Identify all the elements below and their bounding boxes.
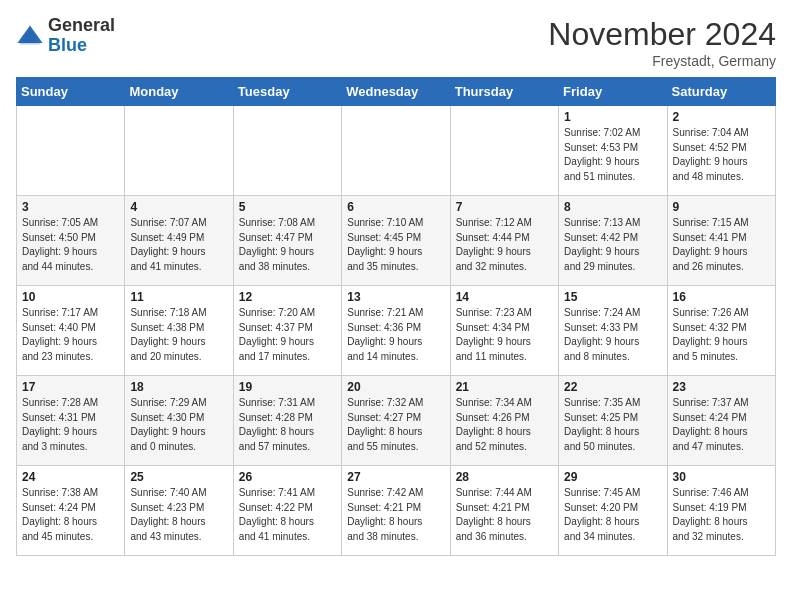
day-info: Sunrise: 7:46 AM Sunset: 4:19 PM Dayligh… — [673, 486, 770, 544]
calendar-cell: 10Sunrise: 7:17 AM Sunset: 4:40 PM Dayli… — [17, 286, 125, 376]
day-info: Sunrise: 7:42 AM Sunset: 4:21 PM Dayligh… — [347, 486, 444, 544]
day-info: Sunrise: 7:23 AM Sunset: 4:34 PM Dayligh… — [456, 306, 553, 364]
calendar-cell: 1Sunrise: 7:02 AM Sunset: 4:53 PM Daylig… — [559, 106, 667, 196]
day-number: 4 — [130, 200, 227, 214]
calendar-cell: 17Sunrise: 7:28 AM Sunset: 4:31 PM Dayli… — [17, 376, 125, 466]
day-number: 15 — [564, 290, 661, 304]
calendar-cell: 15Sunrise: 7:24 AM Sunset: 4:33 PM Dayli… — [559, 286, 667, 376]
calendar-cell: 3Sunrise: 7:05 AM Sunset: 4:50 PM Daylig… — [17, 196, 125, 286]
day-number: 1 — [564, 110, 661, 124]
calendar-cell: 23Sunrise: 7:37 AM Sunset: 4:24 PM Dayli… — [667, 376, 775, 466]
day-number: 5 — [239, 200, 336, 214]
calendar-cell: 11Sunrise: 7:18 AM Sunset: 4:38 PM Dayli… — [125, 286, 233, 376]
calendar-cell: 9Sunrise: 7:15 AM Sunset: 4:41 PM Daylig… — [667, 196, 775, 286]
day-number: 26 — [239, 470, 336, 484]
day-number: 23 — [673, 380, 770, 394]
calendar-cell: 5Sunrise: 7:08 AM Sunset: 4:47 PM Daylig… — [233, 196, 341, 286]
calendar-week-row: 3Sunrise: 7:05 AM Sunset: 4:50 PM Daylig… — [17, 196, 776, 286]
month-title: November 2024 — [548, 16, 776, 53]
day-info: Sunrise: 7:18 AM Sunset: 4:38 PM Dayligh… — [130, 306, 227, 364]
day-info: Sunrise: 7:37 AM Sunset: 4:24 PM Dayligh… — [673, 396, 770, 454]
day-number: 18 — [130, 380, 227, 394]
day-info: Sunrise: 7:34 AM Sunset: 4:26 PM Dayligh… — [456, 396, 553, 454]
day-info: Sunrise: 7:07 AM Sunset: 4:49 PM Dayligh… — [130, 216, 227, 274]
calendar-cell: 16Sunrise: 7:26 AM Sunset: 4:32 PM Dayli… — [667, 286, 775, 376]
day-number: 21 — [456, 380, 553, 394]
day-info: Sunrise: 7:10 AM Sunset: 4:45 PM Dayligh… — [347, 216, 444, 274]
day-info: Sunrise: 7:45 AM Sunset: 4:20 PM Dayligh… — [564, 486, 661, 544]
page-header: General Blue November 2024 Freystadt, Ge… — [16, 16, 776, 69]
day-info: Sunrise: 7:31 AM Sunset: 4:28 PM Dayligh… — [239, 396, 336, 454]
day-number: 3 — [22, 200, 119, 214]
day-number: 6 — [347, 200, 444, 214]
day-info: Sunrise: 7:15 AM Sunset: 4:41 PM Dayligh… — [673, 216, 770, 274]
calendar-table: SundayMondayTuesdayWednesdayThursdayFrid… — [16, 77, 776, 556]
day-number: 27 — [347, 470, 444, 484]
calendar-cell — [342, 106, 450, 196]
calendar-cell: 22Sunrise: 7:35 AM Sunset: 4:25 PM Dayli… — [559, 376, 667, 466]
day-info: Sunrise: 7:35 AM Sunset: 4:25 PM Dayligh… — [564, 396, 661, 454]
day-info: Sunrise: 7:02 AM Sunset: 4:53 PM Dayligh… — [564, 126, 661, 184]
day-number: 19 — [239, 380, 336, 394]
day-info: Sunrise: 7:04 AM Sunset: 4:52 PM Dayligh… — [673, 126, 770, 184]
calendar-cell: 21Sunrise: 7:34 AM Sunset: 4:26 PM Dayli… — [450, 376, 558, 466]
day-number: 29 — [564, 470, 661, 484]
calendar-cell — [125, 106, 233, 196]
calendar-cell: 12Sunrise: 7:20 AM Sunset: 4:37 PM Dayli… — [233, 286, 341, 376]
day-number: 11 — [130, 290, 227, 304]
day-info: Sunrise: 7:21 AM Sunset: 4:36 PM Dayligh… — [347, 306, 444, 364]
day-info: Sunrise: 7:38 AM Sunset: 4:24 PM Dayligh… — [22, 486, 119, 544]
day-info: Sunrise: 7:08 AM Sunset: 4:47 PM Dayligh… — [239, 216, 336, 274]
day-number: 22 — [564, 380, 661, 394]
day-of-week-header: Sunday — [17, 78, 125, 106]
day-info: Sunrise: 7:24 AM Sunset: 4:33 PM Dayligh… — [564, 306, 661, 364]
day-info: Sunrise: 7:29 AM Sunset: 4:30 PM Dayligh… — [130, 396, 227, 454]
calendar-cell: 25Sunrise: 7:40 AM Sunset: 4:23 PM Dayli… — [125, 466, 233, 556]
day-number: 16 — [673, 290, 770, 304]
day-number: 25 — [130, 470, 227, 484]
calendar-cell — [17, 106, 125, 196]
calendar-cell: 26Sunrise: 7:41 AM Sunset: 4:22 PM Dayli… — [233, 466, 341, 556]
calendar-cell: 20Sunrise: 7:32 AM Sunset: 4:27 PM Dayli… — [342, 376, 450, 466]
calendar-cell: 24Sunrise: 7:38 AM Sunset: 4:24 PM Dayli… — [17, 466, 125, 556]
day-number: 7 — [456, 200, 553, 214]
calendar-cell: 4Sunrise: 7:07 AM Sunset: 4:49 PM Daylig… — [125, 196, 233, 286]
day-number: 12 — [239, 290, 336, 304]
day-number: 14 — [456, 290, 553, 304]
calendar-cell: 2Sunrise: 7:04 AM Sunset: 4:52 PM Daylig… — [667, 106, 775, 196]
day-number: 20 — [347, 380, 444, 394]
day-number: 28 — [456, 470, 553, 484]
calendar-cell: 29Sunrise: 7:45 AM Sunset: 4:20 PM Dayli… — [559, 466, 667, 556]
calendar-cell: 27Sunrise: 7:42 AM Sunset: 4:21 PM Dayli… — [342, 466, 450, 556]
day-info: Sunrise: 7:13 AM Sunset: 4:42 PM Dayligh… — [564, 216, 661, 274]
day-of-week-header: Wednesday — [342, 78, 450, 106]
day-of-week-header: Tuesday — [233, 78, 341, 106]
day-number: 17 — [22, 380, 119, 394]
day-info: Sunrise: 7:40 AM Sunset: 4:23 PM Dayligh… — [130, 486, 227, 544]
calendar-week-row: 17Sunrise: 7:28 AM Sunset: 4:31 PM Dayli… — [17, 376, 776, 466]
calendar-cell: 18Sunrise: 7:29 AM Sunset: 4:30 PM Dayli… — [125, 376, 233, 466]
calendar-cell — [450, 106, 558, 196]
day-number: 24 — [22, 470, 119, 484]
day-info: Sunrise: 7:20 AM Sunset: 4:37 PM Dayligh… — [239, 306, 336, 364]
calendar-cell: 14Sunrise: 7:23 AM Sunset: 4:34 PM Dayli… — [450, 286, 558, 376]
day-number: 13 — [347, 290, 444, 304]
day-info: Sunrise: 7:05 AM Sunset: 4:50 PM Dayligh… — [22, 216, 119, 274]
day-info: Sunrise: 7:12 AM Sunset: 4:44 PM Dayligh… — [456, 216, 553, 274]
title-block: November 2024 Freystadt, Germany — [548, 16, 776, 69]
day-of-week-header: Monday — [125, 78, 233, 106]
logo-icon — [16, 22, 44, 50]
day-number: 8 — [564, 200, 661, 214]
calendar-header: SundayMondayTuesdayWednesdayThursdayFrid… — [17, 78, 776, 106]
day-of-week-header: Friday — [559, 78, 667, 106]
calendar-week-row: 1Sunrise: 7:02 AM Sunset: 4:53 PM Daylig… — [17, 106, 776, 196]
day-info: Sunrise: 7:17 AM Sunset: 4:40 PM Dayligh… — [22, 306, 119, 364]
calendar-cell: 13Sunrise: 7:21 AM Sunset: 4:36 PM Dayli… — [342, 286, 450, 376]
calendar-cell: 8Sunrise: 7:13 AM Sunset: 4:42 PM Daylig… — [559, 196, 667, 286]
calendar-cell: 7Sunrise: 7:12 AM Sunset: 4:44 PM Daylig… — [450, 196, 558, 286]
calendar-cell: 6Sunrise: 7:10 AM Sunset: 4:45 PM Daylig… — [342, 196, 450, 286]
day-info: Sunrise: 7:44 AM Sunset: 4:21 PM Dayligh… — [456, 486, 553, 544]
day-number: 30 — [673, 470, 770, 484]
day-info: Sunrise: 7:28 AM Sunset: 4:31 PM Dayligh… — [22, 396, 119, 454]
day-number: 9 — [673, 200, 770, 214]
